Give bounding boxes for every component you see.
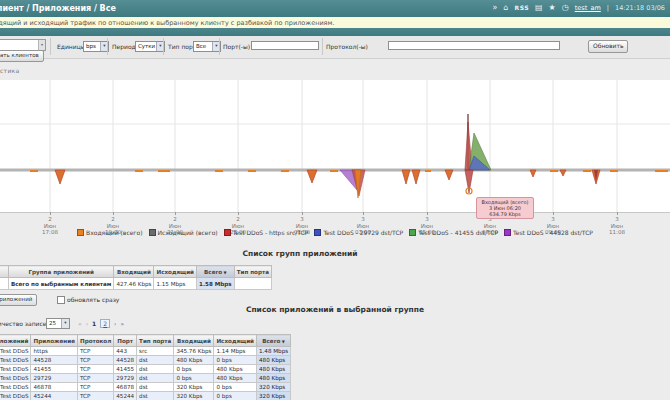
column-header[interactable]: Входящий (174, 335, 214, 347)
units-label: Единицы (57, 43, 85, 50)
legend-swatch-icon (224, 229, 231, 236)
table-row[interactable]: Test DDoS46878TCP46878dst320 Kbps0 bps32… (0, 383, 291, 392)
legend-item: Test DDoS - 44528 dst/TCP (504, 229, 593, 236)
traffic-spike (402, 170, 410, 184)
cell: 0 bps (174, 374, 214, 383)
column-header[interactable]: Исходящий (154, 266, 197, 278)
pagination-item[interactable]: » (121, 320, 125, 327)
column-header[interactable]: Тип порта (137, 335, 174, 347)
cell: 45244 (114, 392, 137, 400)
column-header[interactable]: Порт (114, 335, 137, 347)
cell: dst (137, 365, 174, 374)
ports-input[interactable] (251, 41, 319, 50)
column-header[interactable]: Тип порта (234, 266, 271, 278)
traffic-chart (0, 80, 670, 213)
save-icon[interactable]: ▤ (535, 3, 543, 13)
ports-label: Порт(-ы) (223, 43, 250, 50)
traffic-spike (412, 170, 420, 184)
groups-section-title: Список групп приложений (0, 249, 600, 258)
cell: 0 bps (214, 383, 257, 392)
table-row[interactable]: Test DDoShttpsTCP443src345.76 Kbps1.14 M… (0, 347, 291, 356)
listbox-scrollbar[interactable]: ▾ (38, 40, 45, 50)
column-header[interactable]: Группа приложений (9, 266, 114, 278)
legend-label: Входящий (всего) (86, 229, 142, 236)
cell: 1.58 Mbps (197, 278, 235, 290)
column-header[interactable]: Протокол (77, 335, 113, 347)
filter-toolbar: ▾ Выбрать клиентов Единицы bps▾ Период С… (0, 36, 670, 59)
tick-mark (238, 212, 239, 215)
legend-swatch-icon (314, 229, 321, 236)
section-side-label: стика (0, 67, 20, 74)
star-icon[interactable]: ★ (549, 3, 556, 13)
series-dash (30, 170, 38, 172)
traffic-spike (307, 170, 317, 183)
toolbar-divider (50, 38, 51, 55)
legend-swatch-icon (77, 229, 84, 236)
rss-icon[interactable]: RSS (515, 3, 530, 13)
column-header[interactable]: Всего ▼ (197, 266, 235, 278)
units-value: bps (86, 43, 96, 49)
cell: Test DDoS (0, 392, 31, 400)
table-row[interactable]: Всего по выбранным клиентам427.46 Kbps1.… (0, 278, 271, 290)
cell: Test DDoS (0, 365, 31, 374)
column-header[interactable] (0, 266, 9, 278)
column-header[interactable]: Исходящий (214, 335, 257, 347)
traffic-spike (445, 170, 453, 180)
cell: 480 Kbps (214, 365, 257, 374)
porttype-select[interactable]: Все▾ (193, 41, 221, 52)
autorefresh-checkbox[interactable] (57, 296, 65, 304)
cell: TCP (77, 347, 113, 356)
records-per-page-select[interactable]: 25▾ (46, 318, 70, 329)
autorefresh-label: обновлять сразу (67, 296, 119, 303)
chevron-down-icon: ▾ (61, 319, 69, 328)
cell: TCP (77, 365, 113, 374)
legend-item: Test DDoS - https src/TCP (224, 229, 309, 236)
breadcrumb[interactable]: Клиент / Приложения / Все (0, 4, 116, 13)
tooltip-value: 634.79 Kbps (478, 211, 532, 217)
expand-icon[interactable]: » (493, 3, 498, 13)
table-row[interactable]: Test DDoS41455TCP41455dst0 bps480 Kbps48… (0, 365, 291, 374)
legend-swatch-icon (409, 229, 416, 236)
table-row[interactable]: Test DDoS44528TCP44528dst480 Kbps0 bps48… (0, 356, 291, 365)
application-window: Клиент / Приложения / Все » ⌂ RSS ▤ ★ ◷ … (0, 0, 670, 400)
pagination-item[interactable]: « (78, 320, 82, 327)
select-clients-button[interactable]: Выбрать клиентов (0, 50, 44, 62)
series-dash (655, 170, 668, 172)
chart-canvas (0, 80, 670, 212)
column-header[interactable]: Всего ▼ (257, 335, 291, 347)
toolbar-divider (163, 38, 164, 55)
units-select[interactable]: bps▾ (83, 41, 109, 52)
legend-item: Входящий (всего) (77, 229, 142, 236)
series-dash (158, 170, 170, 172)
chart-legend: Входящий (всего)Исходящий (всего)Test DD… (0, 229, 670, 236)
pagination-item[interactable]: 2 (100, 319, 110, 328)
cell: 480 Kbps (214, 374, 257, 383)
series-dash (583, 170, 591, 172)
column-header[interactable]: Группа приложений (0, 335, 31, 347)
series-dash (135, 170, 143, 172)
refresh-button[interactable]: Обновить (588, 40, 628, 53)
apps-section-title: Список приложений в выбранной группе (0, 305, 670, 314)
cell: 1.15 Mbps (154, 278, 197, 290)
toolbar-divider (107, 38, 108, 55)
table-row[interactable]: Test DDoS29729TCP29729dst0 bps480 Kbps48… (0, 374, 291, 383)
column-header[interactable]: Входящий (114, 266, 154, 278)
username-link[interactable]: test_am (575, 4, 601, 12)
table-row[interactable]: Test DDoS45244TCP45244dst320 Kbps0 bps32… (0, 392, 291, 400)
tick-mark (113, 212, 114, 215)
cell: Всего по выбранным клиентам (9, 278, 114, 290)
cell: TCP (77, 392, 113, 400)
cell: 427.46 Kbps (114, 278, 154, 290)
cell: TCP (77, 356, 113, 365)
period-select[interactable]: Сутки▾ (135, 41, 165, 52)
protocol-label: Протокол(-ы) (326, 43, 368, 50)
pagination-item[interactable]: › (114, 320, 116, 327)
clock-icon[interactable]: ◷ (562, 3, 569, 13)
legend-label: Исходящий (всего) (158, 229, 218, 236)
protocol-input[interactable] (388, 41, 560, 50)
top-header-bar: Клиент / Приложения / Все » ⌂ RSS ▤ ★ ◷ … (0, 0, 670, 18)
pagination-item[interactable]: ‹ (86, 320, 88, 327)
chart-tooltip: Входящий (всего) 3 Июн 06:20 634.79 Kbps (476, 197, 534, 219)
column-header[interactable]: Приложение (31, 335, 77, 347)
home-icon[interactable]: ⌂ (503, 3, 508, 13)
